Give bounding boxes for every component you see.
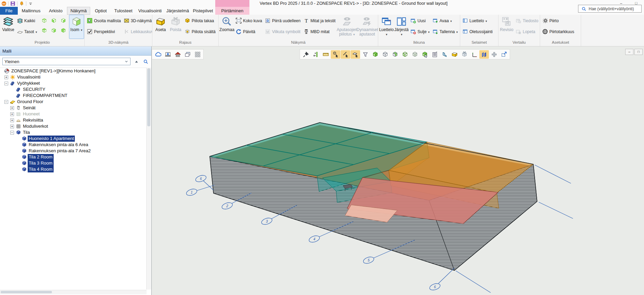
- ribbon-button-Lopeta[interactable]: Lopeta: [514, 27, 540, 36]
- collapse-tree-button[interactable]: [132, 58, 140, 65]
- ribbon-button-Uusi[interactable]: Uusi: [409, 16, 431, 25]
- ribbon-button-Aputasojen piilotus[interactable]: Aputasojen piilotus ▾: [337, 15, 357, 39]
- profile-steel-button[interactable]: [440, 50, 449, 59]
- bell-icon[interactable]: [19, 1, 24, 6]
- ribbon-button-Aseta[interactable]: Aseta: [153, 15, 168, 39]
- snap-line-button[interactable]: [341, 50, 350, 59]
- ribbon-button-MBD mitat[interactable]: AMBD mitat: [302, 27, 337, 36]
- ribbon-button-Zoomaa[interactable]: Zoomaa: [219, 15, 234, 39]
- projection-button[interactable]: [59, 26, 68, 34]
- ribbon-button-Koko kuva[interactable]: Koko kuva: [234, 16, 263, 25]
- tree-item[interactable]: −Tila: [0, 129, 147, 136]
- expand-icon[interactable]: +: [10, 118, 14, 122]
- expand-icon[interactable]: +: [10, 112, 14, 116]
- ribbon-button-Tasot[interactable]: Tasot ▾: [16, 27, 39, 36]
- tree-item[interactable]: ZONESPACE [REV1->][Kimmo Honkanen]: [0, 68, 147, 74]
- tree-item[interactable]: −Ground Floor: [0, 99, 147, 105]
- ribbon-button-Piilota takaa[interactable]: Piilota takaa: [183, 16, 217, 25]
- ribbon-button-Isom[interactable]: Isom ▾: [69, 15, 84, 39]
- tree-item[interactable]: +Rekvisiitta: [0, 117, 147, 123]
- ribbon-button-Osoita mallista[interactable]: Osoita mallista: [85, 16, 122, 25]
- cube-wire-button[interactable]: [380, 50, 390, 59]
- tab-Näkymä[interactable]: Näkymä: [67, 7, 90, 15]
- ribbon-button-Piilota sisältä[interactable]: Piilota sisältä: [183, 27, 217, 36]
- plus-thick-button[interactable]: [489, 50, 499, 59]
- ribbon-button-Perspektiivi[interactable]: Perspektiivi: [85, 27, 122, 36]
- ribbon-button-Valitse[interactable]: Valitse: [1, 15, 16, 39]
- tree-search-button[interactable]: [142, 58, 149, 65]
- tree-item[interactable]: −Vyöhykkeet: [0, 80, 147, 86]
- tree-item[interactable]: +Visualisointi: [0, 74, 147, 80]
- tree-item[interactable]: Rakennuksen pinta-ala 7 Area2: [0, 148, 147, 154]
- tree-item[interactable]: Tila 2 Room: [0, 154, 147, 160]
- win-overlap-button[interactable]: [183, 50, 192, 59]
- projection-button[interactable]: [50, 26, 58, 34]
- ribbon-button-Revisio[interactable]: RRevisio: [499, 15, 514, 39]
- tree-item[interactable]: +Moduliverkot: [0, 123, 147, 129]
- tree-horizontal-scrollbar[interactable]: [0, 290, 147, 294]
- minimize-view-button[interactable]: –: [625, 49, 633, 55]
- cube-shaded-button[interactable]: [410, 50, 420, 59]
- tab-Mallinnus[interactable]: Mallinnus: [18, 7, 44, 15]
- collapse-icon[interactable]: −: [4, 100, 8, 104]
- ribbon-button-Luettelo[interactable]: Luettelo ▾: [379, 15, 394, 39]
- projection-button[interactable]: [50, 16, 58, 25]
- ribbon-button-Avaa[interactable]: Avaa ▾: [431, 16, 460, 25]
- ribbon-button-3D-näkymä[interactable]: 3D-näkymä: [122, 16, 152, 25]
- projection-button[interactable]: [40, 26, 49, 34]
- snap-face-button[interactable]: [351, 50, 360, 59]
- tree-item[interactable]: Huoneisto 1 Apartment: [0, 136, 147, 142]
- tab-File[interactable]: File: [0, 7, 18, 15]
- ribbon-button-Luettelo[interactable]: Luettelo ▾: [461, 16, 494, 25]
- filter-button[interactable]: [360, 50, 370, 59]
- tree-item[interactable]: Rakennuksen pinta-ala 6 Area: [0, 142, 147, 148]
- ribbon-button-Sulje[interactable]: Sulje ▾: [409, 27, 431, 36]
- cube-solid-button[interactable]: [370, 50, 380, 59]
- cloud-button[interactable]: [153, 50, 163, 59]
- ribbon-button-Leikkauskuva[interactable]: Leikkauskuva: [122, 27, 152, 36]
- tab-Järjestelmä[interactable]: Järjestelmä: [165, 7, 191, 15]
- ruler-button[interactable]: [321, 50, 330, 59]
- bd-logo-icon[interactable]: BD: [1, 1, 6, 6]
- tree-item[interactable]: Tila 3 Room: [0, 160, 147, 166]
- axes-button[interactable]: [469, 50, 479, 59]
- expand-icon[interactable]: +: [10, 106, 14, 110]
- tab-Tulosteet[interactable]: Tulosteet: [111, 7, 135, 15]
- collapse-icon[interactable]: −: [10, 131, 14, 135]
- projection-button[interactable]: [59, 16, 68, 25]
- ribbon-button-Piirtotarkkuus[interactable]: Piirtotarkkuus: [541, 27, 576, 36]
- cube-edges-button[interactable]: [400, 50, 410, 59]
- cube-faces-button[interactable]: [390, 50, 400, 59]
- tab-Pistepilvet[interactable]: Pistepilvet: [191, 7, 215, 15]
- search-box[interactable]: Hae (välilyönti+välilyönti): [578, 5, 642, 13]
- tree-item[interactable]: SECURITY: [0, 86, 147, 93]
- projection-button[interactable]: [40, 16, 49, 25]
- tab-Arkisto[interactable]: Arkisto: [44, 7, 67, 15]
- ribbon-button-Päivitä[interactable]: Päivitä: [234, 27, 263, 36]
- box-frame-button[interactable]: [450, 50, 459, 59]
- collapse-icon[interactable]: −: [4, 82, 8, 85]
- ribbon-button-Piirto[interactable]: Piirto: [541, 16, 576, 25]
- list-menu-button[interactable]: [430, 50, 439, 59]
- viewport-3d[interactable]: 6123456 –□: [152, 46, 644, 295]
- filter-combobox[interactable]: Yleinen: [2, 58, 131, 65]
- snap-center-button[interactable]: [331, 50, 340, 59]
- grid-squares-button[interactable]: [193, 50, 202, 59]
- expand-icon[interactable]: +: [4, 75, 8, 79]
- tree-item[interactable]: +Huoneet: [0, 111, 147, 117]
- ribbon-button-Piirrä uudelleen[interactable]: RPiirrä uudelleen: [263, 16, 302, 25]
- save-icon[interactable]: [10, 1, 15, 6]
- tree-vertical-scrollbar[interactable]: [146, 68, 151, 290]
- more-icon[interactable]: [28, 1, 33, 6]
- laptop-lock-button[interactable]: [163, 50, 173, 59]
- ribbon-button-Dynaamiset aputasot[interactable]: Dynaamiset aputasot: [357, 15, 377, 39]
- ribbon-button-Vilkuta symbolit[interactable]: MVilkuta symbolit: [263, 27, 302, 36]
- tab-Piirtäminen[interactable]: Piirtäminen: [215, 7, 249, 15]
- house-button[interactable]: [173, 50, 182, 59]
- cube-delete-button[interactable]: [460, 50, 469, 59]
- ribbon-button-Mitat ja tekstit[interactable]: TMitat ja tekstit: [302, 16, 337, 25]
- ribbon-button-Kaikki[interactable]: Kaikki: [16, 16, 39, 25]
- tree-item[interactable]: +Seinät: [0, 105, 147, 111]
- cube-pick-button[interactable]: [420, 50, 429, 59]
- export-view-button[interactable]: [499, 50, 509, 59]
